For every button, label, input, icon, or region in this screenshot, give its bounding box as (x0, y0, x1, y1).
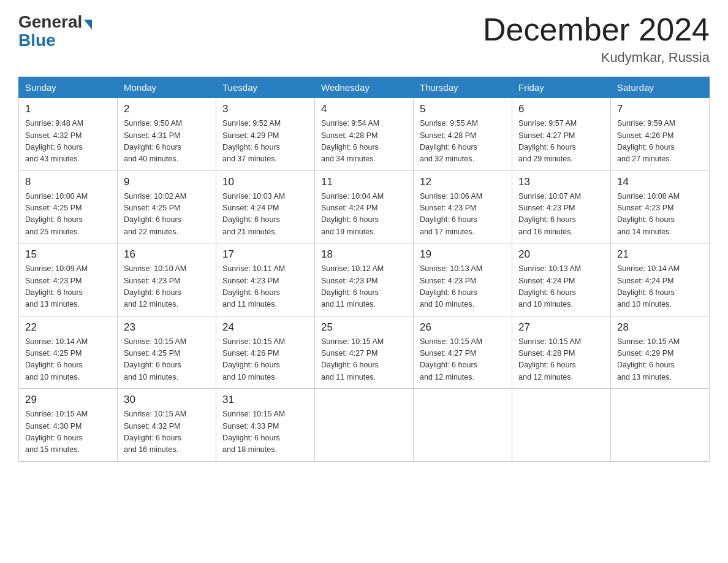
calendar-cell: 15 Sunrise: 10:09 AM Sunset: 4:23 PM Day… (19, 243, 118, 316)
calendar-cell: 25 Sunrise: 10:15 AM Sunset: 4:27 PM Day… (315, 316, 414, 389)
page-header: General Blue December 2024 Kudymkar, Rus… (18, 12, 710, 66)
calendar-cell: 1 Sunrise: 9:48 AM Sunset: 4:32 PM Dayli… (19, 98, 118, 171)
day-number: 27 (518, 321, 604, 334)
day-number: 13 (518, 176, 604, 188)
day-info: Sunrise: 10:15 AM Sunset: 4:30 PM Daylig… (25, 408, 111, 456)
day-number: 17 (222, 248, 308, 261)
day-info: Sunrise: 10:15 AM Sunset: 4:27 PM Daylig… (321, 336, 407, 384)
col-header-friday: Friday (512, 77, 611, 98)
day-info: Sunrise: 10:06 AM Sunset: 4:23 PM Daylig… (420, 191, 506, 239)
day-number: 9 (124, 176, 210, 188)
calendar-cell: 31 Sunrise: 10:15 AM Sunset: 4:33 PM Day… (216, 389, 315, 462)
calendar-cell: 21 Sunrise: 10:14 AM Sunset: 4:24 PM Day… (611, 243, 710, 316)
day-info: Sunrise: 10:13 AM Sunset: 4:24 PM Daylig… (518, 263, 604, 311)
day-number: 28 (617, 321, 703, 334)
month-title: December 2024 (483, 12, 710, 47)
day-info: Sunrise: 10:15 AM Sunset: 4:32 PM Daylig… (124, 408, 210, 456)
day-info: Sunrise: 10:03 AM Sunset: 4:24 PM Daylig… (222, 191, 308, 239)
day-info: Sunrise: 10:12 AM Sunset: 4:23 PM Daylig… (321, 263, 407, 311)
col-header-tuesday: Tuesday (216, 77, 315, 98)
calendar-header-row: SundayMondayTuesdayWednesdayThursdayFrid… (19, 77, 710, 98)
day-info: Sunrise: 9:52 AM Sunset: 4:29 PM Dayligh… (222, 118, 308, 166)
day-info: Sunrise: 10:15 AM Sunset: 4:25 PM Daylig… (124, 336, 210, 384)
calendar-cell: 28 Sunrise: 10:15 AM Sunset: 4:29 PM Day… (611, 316, 710, 389)
day-number: 31 (222, 394, 308, 406)
day-info: Sunrise: 9:55 AM Sunset: 4:28 PM Dayligh… (420, 118, 506, 166)
calendar-week-row: 22 Sunrise: 10:14 AM Sunset: 4:25 PM Day… (19, 316, 710, 389)
day-number: 12 (420, 176, 506, 188)
day-number: 18 (321, 248, 407, 261)
day-info: Sunrise: 10:10 AM Sunset: 4:23 PM Daylig… (124, 263, 210, 311)
calendar-cell: 30 Sunrise: 10:15 AM Sunset: 4:32 PM Day… (118, 389, 216, 462)
location-text: Kudymkar, Russia (483, 50, 710, 66)
day-info: Sunrise: 9:48 AM Sunset: 4:32 PM Dayligh… (25, 118, 111, 166)
col-header-monday: Monday (118, 77, 216, 98)
day-number: 25 (321, 321, 407, 334)
calendar-cell: 7 Sunrise: 9:59 AM Sunset: 4:26 PM Dayli… (611, 98, 710, 171)
day-number: 15 (25, 248, 111, 261)
day-info: Sunrise: 10:09 AM Sunset: 4:23 PM Daylig… (25, 263, 111, 311)
col-header-thursday: Thursday (414, 77, 512, 98)
day-number: 21 (617, 248, 703, 261)
calendar-cell: 26 Sunrise: 10:15 AM Sunset: 4:27 PM Day… (414, 316, 512, 389)
day-info: Sunrise: 10:15 AM Sunset: 4:29 PM Daylig… (617, 336, 703, 384)
day-number: 11 (321, 176, 407, 188)
day-number: 14 (617, 176, 703, 188)
calendar-cell: 13 Sunrise: 10:07 AM Sunset: 4:23 PM Day… (512, 170, 611, 243)
day-info: Sunrise: 10:14 AM Sunset: 4:25 PM Daylig… (25, 336, 111, 384)
calendar-cell: 17 Sunrise: 10:11 AM Sunset: 4:23 PM Day… (216, 243, 315, 316)
day-number: 3 (222, 103, 308, 115)
day-info: Sunrise: 10:15 AM Sunset: 4:27 PM Daylig… (420, 336, 506, 384)
day-number: 6 (518, 103, 604, 115)
day-number: 29 (25, 394, 111, 406)
logo-general-text: General (18, 12, 82, 32)
calendar-cell: 20 Sunrise: 10:13 AM Sunset: 4:24 PM Day… (512, 243, 611, 316)
calendar-cell (315, 389, 414, 462)
day-number: 23 (124, 321, 210, 334)
day-number: 19 (420, 248, 506, 261)
calendar-cell: 10 Sunrise: 10:03 AM Sunset: 4:24 PM Day… (216, 170, 315, 243)
day-number: 24 (222, 321, 308, 334)
calendar-cell: 27 Sunrise: 10:15 AM Sunset: 4:28 PM Day… (512, 316, 611, 389)
day-number: 1 (25, 103, 111, 115)
day-info: Sunrise: 9:59 AM Sunset: 4:26 PM Dayligh… (617, 118, 703, 166)
calendar-cell: 5 Sunrise: 9:55 AM Sunset: 4:28 PM Dayli… (414, 98, 512, 171)
day-number: 16 (124, 248, 210, 261)
day-info: Sunrise: 10:13 AM Sunset: 4:23 PM Daylig… (420, 263, 506, 311)
day-number: 7 (617, 103, 703, 115)
calendar-cell: 22 Sunrise: 10:14 AM Sunset: 4:25 PM Day… (19, 316, 118, 389)
day-info: Sunrise: 9:50 AM Sunset: 4:31 PM Dayligh… (124, 118, 210, 166)
calendar-table: SundayMondayTuesdayWednesdayThursdayFrid… (18, 77, 710, 462)
day-info: Sunrise: 10:04 AM Sunset: 4:24 PM Daylig… (321, 191, 407, 239)
logo-triangle-icon (84, 20, 92, 29)
calendar-week-row: 8 Sunrise: 10:00 AM Sunset: 4:25 PM Dayl… (19, 170, 710, 243)
calendar-cell (512, 389, 611, 462)
day-number: 22 (25, 321, 111, 334)
calendar-cell: 29 Sunrise: 10:15 AM Sunset: 4:30 PM Day… (19, 389, 118, 462)
day-info: Sunrise: 10:07 AM Sunset: 4:23 PM Daylig… (518, 191, 604, 239)
calendar-cell: 3 Sunrise: 9:52 AM Sunset: 4:29 PM Dayli… (216, 98, 315, 171)
day-info: Sunrise: 10:15 AM Sunset: 4:28 PM Daylig… (518, 336, 604, 384)
day-info: Sunrise: 10:15 AM Sunset: 4:26 PM Daylig… (222, 336, 308, 384)
calendar-cell: 8 Sunrise: 10:00 AM Sunset: 4:25 PM Dayl… (19, 170, 118, 243)
day-info: Sunrise: 10:11 AM Sunset: 4:23 PM Daylig… (222, 263, 308, 311)
calendar-week-row: 1 Sunrise: 9:48 AM Sunset: 4:32 PM Dayli… (19, 98, 710, 171)
calendar-cell: 2 Sunrise: 9:50 AM Sunset: 4:31 PM Dayli… (118, 98, 216, 171)
day-number: 30 (124, 394, 210, 406)
calendar-cell: 19 Sunrise: 10:13 AM Sunset: 4:23 PM Day… (414, 243, 512, 316)
day-info: Sunrise: 10:14 AM Sunset: 4:24 PM Daylig… (617, 263, 703, 311)
calendar-cell: 23 Sunrise: 10:15 AM Sunset: 4:25 PM Day… (118, 316, 216, 389)
col-header-wednesday: Wednesday (315, 77, 414, 98)
calendar-cell (414, 389, 512, 462)
day-info: Sunrise: 10:02 AM Sunset: 4:25 PM Daylig… (124, 191, 210, 239)
calendar-cell: 14 Sunrise: 10:08 AM Sunset: 4:23 PM Day… (611, 170, 710, 243)
calendar-cell: 11 Sunrise: 10:04 AM Sunset: 4:24 PM Day… (315, 170, 414, 243)
calendar-cell: 16 Sunrise: 10:10 AM Sunset: 4:23 PM Day… (118, 243, 216, 316)
calendar-week-row: 29 Sunrise: 10:15 AM Sunset: 4:30 PM Day… (19, 389, 710, 462)
calendar-week-row: 15 Sunrise: 10:09 AM Sunset: 4:23 PM Day… (19, 243, 710, 316)
day-info: Sunrise: 10:08 AM Sunset: 4:23 PM Daylig… (617, 191, 703, 239)
calendar-cell: 18 Sunrise: 10:12 AM Sunset: 4:23 PM Day… (315, 243, 414, 316)
col-header-sunday: Sunday (19, 77, 118, 98)
logo-blue-text: Blue (18, 31, 56, 50)
day-info: Sunrise: 9:57 AM Sunset: 4:27 PM Dayligh… (518, 118, 604, 166)
